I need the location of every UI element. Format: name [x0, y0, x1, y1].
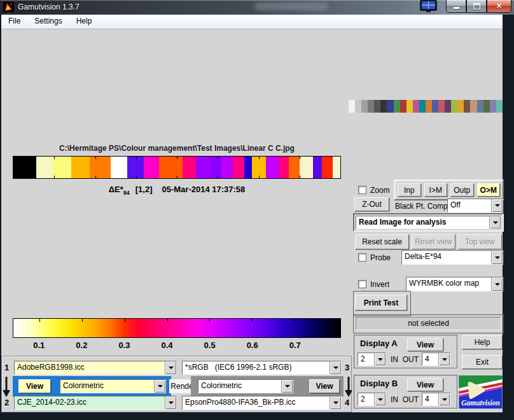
- source-panel: View Colorimetric: [13, 376, 171, 396]
- scale-tick-label: 0.6: [247, 340, 258, 350]
- map-segment: [244, 157, 252, 178]
- chevron-down-icon[interactable]: [491, 277, 503, 291]
- io-button-om[interactable]: O>M: [477, 183, 501, 197]
- view-source-button[interactable]: View: [18, 379, 51, 393]
- top-view-button[interactable]: Top view: [458, 234, 502, 249]
- chevron-down-icon[interactable]: [330, 396, 341, 409]
- colormap-dropdown[interactable]: WYRMBK color map: [406, 277, 503, 291]
- menu-item-help[interactable]: Help: [69, 15, 99, 29]
- chevron-down-icon[interactable]: [374, 393, 386, 405]
- chevron-down-icon[interactable]: [491, 199, 503, 212]
- display-a-out-dropdown[interactable]: 4: [422, 353, 450, 366]
- zoom-checkbox[interactable]: [358, 186, 366, 194]
- scale-tick-label: 0.4: [161, 340, 172, 350]
- chevron-down-icon[interactable]: [438, 353, 450, 365]
- caption-buttons: ✕: [446, 0, 511, 12]
- profile2-dropdown[interactable]: CJE_2014-02-23.icc: [14, 396, 177, 410]
- color-patch: [406, 100, 413, 113]
- help-button[interactable]: Help: [462, 335, 503, 349]
- delta-caption: ΔE*94[1,2]05-Mar-2014 17:37:58: [13, 185, 341, 196]
- map-segment: [183, 157, 196, 178]
- map-tick: [95, 157, 96, 159]
- titlebar-watermark: [254, 3, 328, 10]
- scale-tick: [209, 319, 210, 322]
- chevron-down-icon[interactable]: [154, 380, 165, 393]
- scale-tick-label: 0.5: [204, 340, 216, 350]
- chevron-down-icon[interactable]: [165, 396, 176, 409]
- z-out-button[interactable]: Z-Out: [354, 197, 389, 211]
- reset-view-button[interactable]: Reset view: [412, 234, 455, 249]
- exit-button[interactable]: Exit: [462, 355, 503, 369]
- status-bar: not selected: [356, 317, 501, 330]
- color-patch: [432, 100, 438, 113]
- intent-dest-dropdown[interactable]: Colorimetric: [198, 379, 293, 393]
- reset-scale-button[interactable]: Reset scale: [355, 234, 409, 249]
- display-b-in-dropdown[interactable]: 2: [358, 393, 386, 406]
- titlebar: Gamutvision 1.3.7 ✕: [0, 0, 514, 15]
- map-tick: [136, 157, 137, 159]
- chevron-down-icon[interactable]: [281, 380, 293, 393]
- chevron-down-icon[interactable]: [438, 393, 450, 405]
- display-b-out-dropdown[interactable]: 4: [422, 393, 450, 406]
- map-segment: [71, 157, 90, 178]
- color-patch: [355, 100, 361, 113]
- close-button[interactable]: ✕: [487, 0, 511, 13]
- maximize-button[interactable]: [466, 0, 487, 13]
- dest-panel: Colorimetric View: [191, 376, 344, 396]
- chevron-down-icon[interactable]: [330, 361, 341, 374]
- display-a-in-dropdown[interactable]: 2: [358, 353, 386, 366]
- color-patch: [394, 100, 400, 113]
- map-segment: [196, 157, 210, 178]
- chevron-down-icon[interactable]: [165, 361, 176, 374]
- app-icon: [3, 2, 14, 12]
- black-pt-comp-dropdown[interactable]: Off: [447, 199, 503, 213]
- io-button-outp[interactable]: Outp: [450, 183, 474, 197]
- display-tray-icon[interactable]: [418, 0, 440, 13]
- colormap-value: WYRMBK color map: [406, 277, 491, 291]
- profile3-value: *sRGB (IEC6 1996-2.1 sRGB): [183, 361, 330, 374]
- invert-checkbox[interactable]: [358, 280, 366, 288]
- map-tick: [300, 157, 300, 159]
- profile3-dropdown[interactable]: *sRGB (IEC6 1996-2.1 sRGB): [182, 361, 342, 375]
- analysis-mode-frame: Read Image for analysis: [353, 213, 504, 232]
- map-segment: [13, 157, 36, 178]
- display-a-view-button[interactable]: View: [407, 338, 443, 351]
- menu-item-file[interactable]: File: [1, 15, 27, 29]
- chevron-down-icon[interactable]: [491, 251, 503, 264]
- profile1-dropdown[interactable]: AdobeRGB1998.icc: [14, 361, 177, 375]
- map-segment: [90, 157, 111, 178]
- menu-item-settings[interactable]: Settings: [27, 15, 69, 29]
- probe-metric-dropdown[interactable]: Delta-E*94: [401, 250, 503, 265]
- display-a-box: Display A View 2 IN OUT 4: [354, 335, 457, 368]
- io-button-panel: InpI>MOutpO>M: [394, 179, 504, 200]
- io-button-im[interactable]: I>M: [424, 183, 448, 197]
- chevron-down-icon[interactable]: [489, 216, 501, 228]
- io-button-group: InpI>MOutpO>M: [398, 183, 500, 197]
- analysis-mode-dropdown[interactable]: Read Image for analysis: [356, 216, 501, 229]
- scale-bar: [13, 318, 341, 338]
- color-patch: [490, 100, 496, 113]
- map-tick: [218, 176, 218, 178]
- slot2-number: 2: [4, 398, 9, 407]
- left-down-arrow-icon: [3, 377, 10, 398]
- delta-map: [13, 156, 341, 179]
- slot4-number: 4: [345, 398, 349, 407]
- map-tick: [259, 176, 260, 178]
- profile4-dropdown[interactable]: EpsonPro4880-IFA36_Bk-PB.icc: [182, 396, 342, 410]
- display-b-box: Display B View 2 IN OUT 4: [354, 375, 457, 409]
- display-b-view-button[interactable]: View: [407, 378, 443, 391]
- chevron-down-icon[interactable]: [374, 353, 386, 365]
- probe-checkbox[interactable]: [358, 253, 366, 262]
- intent-source-dropdown[interactable]: Colorimetric: [60, 379, 166, 393]
- view-dest-button[interactable]: View: [309, 379, 340, 393]
- map-tick: [95, 176, 96, 178]
- minimize-button[interactable]: [446, 0, 466, 13]
- print-test-button[interactable]: Print Test: [355, 295, 407, 311]
- map-tick: [54, 176, 55, 178]
- gamutvision-logo: Gamutvision: [459, 375, 503, 409]
- map-segment: [300, 157, 313, 178]
- map-tick: [177, 176, 177, 178]
- menubar: File Settings Help: [1, 15, 503, 29]
- map-segment: [279, 157, 289, 178]
- io-button-inp[interactable]: Inp: [398, 183, 421, 197]
